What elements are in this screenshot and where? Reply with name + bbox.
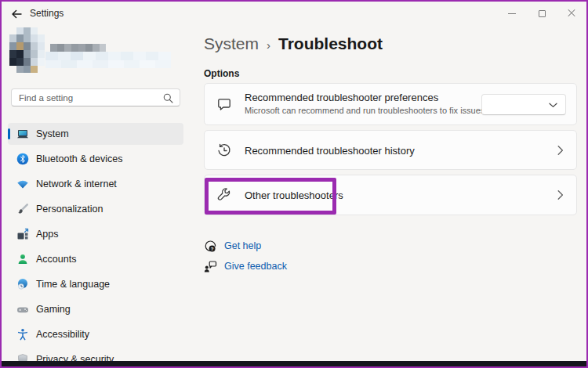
maximize-button[interactable] xyxy=(527,2,557,25)
card-recommended-troubleshooter-history[interactable]: Recommended troubleshooter history xyxy=(204,130,577,170)
get-help-label: Get help xyxy=(224,240,261,251)
close-icon xyxy=(567,9,576,18)
card-subtitle: Microsoft can recommend and run troubles… xyxy=(245,106,485,115)
sidebar-item-personalization[interactable]: Personalization xyxy=(8,198,183,220)
breadcrumb: System › Troubleshoot xyxy=(204,34,383,53)
sidebar-item-label: Bluetooth & devices xyxy=(36,148,123,170)
minimize-icon xyxy=(508,13,516,14)
apps-icon xyxy=(16,228,29,240)
selected-accent-bar xyxy=(8,128,10,139)
section-label: Options xyxy=(204,68,239,79)
breadcrumb-parent[interactable]: System xyxy=(204,34,259,53)
chevron-right-icon xyxy=(557,190,564,200)
sidebar-item-apps[interactable]: Apps xyxy=(8,223,183,245)
maximize-icon xyxy=(539,10,546,17)
sidebar-item-accessibility[interactable]: Accessibility xyxy=(8,323,183,345)
gaming-icon xyxy=(16,303,29,316)
sidebar-item-bluetooth-devices[interactable]: Bluetooth & devices xyxy=(8,148,183,170)
wrench-icon xyxy=(216,187,232,203)
card-title: Recommended troubleshooter preferences xyxy=(245,92,438,103)
sidebar-item-network-internet[interactable]: Network & internet xyxy=(8,173,183,195)
sidebar-item-label: System xyxy=(36,123,69,145)
sidebar-item-label: Apps xyxy=(36,223,59,245)
sidebar-item-time-language[interactable]: Time & language xyxy=(8,273,183,295)
history-icon xyxy=(216,143,232,158)
sidebar-nav: System Bluetooth & devices Network & int… xyxy=(8,123,188,368)
user-account-blurred xyxy=(9,27,186,73)
personalization-icon xyxy=(16,203,29,215)
time-language-icon xyxy=(16,278,29,290)
svg-text:?: ? xyxy=(211,246,214,251)
accounts-icon xyxy=(16,253,29,265)
sidebar-item-accounts[interactable]: Accounts xyxy=(8,248,183,270)
window-title: Settings xyxy=(30,2,64,25)
back-button[interactable] xyxy=(9,7,24,21)
network-icon xyxy=(16,178,29,190)
sidebar-item-label: Network & internet xyxy=(36,173,117,195)
back-arrow-icon xyxy=(10,8,23,20)
sidebar-item-label: Gaming xyxy=(36,298,71,320)
give-feedback-label: Give feedback xyxy=(224,261,287,272)
preferences-dropdown[interactable] xyxy=(481,94,566,115)
card-title: Recommended troubleshooter history xyxy=(245,144,415,156)
card-other-troubleshooters[interactable]: Other troubleshooters xyxy=(204,175,577,215)
give-feedback-icon xyxy=(204,260,217,273)
bottom-taskbar-strip xyxy=(2,361,586,366)
avatar-pixelated xyxy=(9,27,186,73)
sidebar-item-gaming[interactable]: Gaming xyxy=(8,298,183,320)
titlebar: Settings xyxy=(2,2,586,25)
settings-window: Settings xyxy=(0,0,588,368)
search-box xyxy=(11,88,180,106)
close-button[interactable] xyxy=(557,2,586,25)
sidebar-item-label: Time & language xyxy=(36,273,110,295)
breadcrumb-separator-icon: › xyxy=(267,38,270,52)
minimize-button[interactable] xyxy=(497,2,527,25)
card-title: Other troubleshooters xyxy=(245,189,343,201)
sidebar-item-system[interactable]: System xyxy=(8,123,183,145)
page-title: Troubleshoot xyxy=(278,34,383,53)
search-icon xyxy=(163,93,173,103)
sidebar-item-label: Accessibility xyxy=(36,323,89,345)
system-icon xyxy=(16,128,29,140)
get-help-link[interactable]: ? Get help xyxy=(204,238,261,254)
accessibility-icon xyxy=(16,328,29,341)
chevron-right-icon xyxy=(557,145,564,155)
bluetooth-icon xyxy=(16,153,29,165)
comment-icon xyxy=(216,96,232,112)
card-recommended-troubleshooter-preferences[interactable]: Recommended troubleshooter preferences M… xyxy=(204,83,577,125)
search-input[interactable] xyxy=(12,89,180,106)
get-help-icon: ? xyxy=(204,240,217,253)
sidebar-item-label: Personalization xyxy=(36,198,103,220)
give-feedback-link[interactable]: Give feedback xyxy=(204,258,287,274)
chevron-down-icon xyxy=(549,103,557,108)
sidebar-item-label: Accounts xyxy=(36,248,76,270)
